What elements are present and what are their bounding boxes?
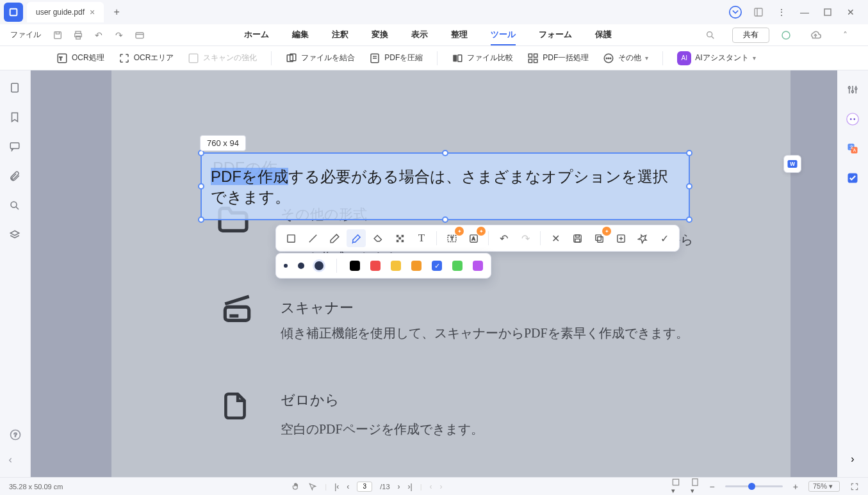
tool-rectangle[interactable]	[281, 229, 300, 247]
tb-ai[interactable]: AI AIアシスタント ▾	[672, 49, 760, 68]
resize-handle-s[interactable]	[442, 216, 448, 223]
prev-page-icon[interactable]: ‹	[347, 482, 349, 491]
save-icon[interactable]	[50, 28, 65, 43]
tool-ocr-text[interactable]: A✦	[464, 229, 483, 247]
tb-batch[interactable]: PDF一括処理	[522, 50, 594, 67]
resize-handle-w[interactable]	[198, 183, 204, 190]
window-minimize-icon[interactable]: —	[798, 5, 812, 19]
tab-view[interactable]: 表示	[411, 25, 428, 45]
share-button[interactable]: 共有	[732, 28, 769, 43]
zoom-slider[interactable]	[725, 485, 783, 487]
tool-text[interactable]: T	[412, 229, 431, 247]
redo-icon[interactable]: ↷	[111, 28, 127, 43]
print-icon[interactable]	[70, 28, 86, 43]
color-swatch-black[interactable]	[350, 261, 360, 271]
comments-icon[interactable]	[9, 141, 22, 154]
color-swatch-green[interactable]	[452, 261, 463, 271]
word-export-float-button[interactable]: W	[783, 155, 801, 173]
tab-edit[interactable]: 編集	[292, 25, 309, 45]
tb-ocr[interactable]: T OCR処理	[51, 50, 110, 67]
color-swatch-red[interactable]	[370, 261, 381, 271]
tool-confirm[interactable]: ✓	[655, 229, 674, 247]
resize-handle-ne[interactable]	[686, 150, 692, 156]
open-icon[interactable]	[132, 28, 147, 43]
window-maximize-icon[interactable]	[821, 5, 835, 19]
tab-close-icon[interactable]: ×	[90, 7, 95, 17]
tool-save[interactable]	[568, 229, 587, 247]
collapse-left-icon[interactable]: ‹	[9, 454, 22, 467]
tb-merge[interactable]: ファイルを結合	[281, 50, 360, 67]
window-close-icon[interactable]: ✕	[844, 5, 858, 19]
tab-protect[interactable]: 保護	[595, 25, 612, 45]
zoom-in-icon[interactable]: +	[793, 482, 798, 492]
kebab-menu-icon[interactable]: ⋮	[774, 5, 789, 19]
select-tool-icon[interactable]	[308, 482, 317, 491]
color-swatch-orange[interactable]	[411, 261, 422, 271]
attachments-icon[interactable]	[9, 170, 22, 183]
fullscreen-icon[interactable]	[850, 482, 859, 491]
bookmarks-icon[interactable]	[9, 111, 22, 124]
pen-size-small[interactable]	[284, 264, 288, 268]
zoom-out-icon[interactable]: −	[710, 482, 715, 492]
tool-cancel[interactable]: ✕	[546, 229, 565, 247]
tab-annotate[interactable]: 注釈	[332, 25, 348, 45]
color-swatch-blue[interactable]: ✓	[432, 261, 442, 271]
zoom-slider-thumb[interactable]	[748, 483, 755, 490]
resize-handle-se[interactable]	[686, 216, 692, 223]
history-back-icon[interactable]: ‹	[430, 482, 432, 491]
tool-redo[interactable]: ↷	[516, 229, 535, 247]
help-icon[interactable]: ?	[9, 428, 22, 441]
translate-icon[interactable]: 文A	[845, 141, 860, 156]
color-swatch-purple[interactable]	[473, 261, 483, 271]
tool-marker[interactable]	[347, 229, 366, 247]
tab-home[interactable]: ホーム	[244, 25, 269, 45]
tool-pen[interactable]	[325, 229, 344, 247]
tab-organize[interactable]: 整理	[451, 25, 468, 45]
checklist-icon[interactable]	[845, 170, 860, 186]
ai-chat-icon[interactable]	[845, 111, 860, 127]
next-page-icon[interactable]: ›	[398, 482, 400, 491]
color-swatch-yellow[interactable]	[391, 261, 401, 271]
view-mode-icon[interactable]: ▾	[691, 478, 700, 495]
cloud-sync-icon[interactable]	[778, 28, 794, 43]
panel-icon[interactable]	[751, 5, 766, 19]
thumbnails-icon[interactable]	[9, 82, 22, 95]
tab-convert[interactable]: 変換	[372, 25, 388, 45]
tab-tools[interactable]: ツール	[491, 25, 516, 45]
tb-compare[interactable]: ファイル比較	[446, 50, 518, 67]
layers-icon[interactable]	[9, 229, 22, 242]
first-page-icon[interactable]: |‹	[334, 482, 339, 491]
tool-pin[interactable]	[633, 229, 652, 247]
document-viewport[interactable]: PDFの作 その他の形式 画像、Wordドキュメント、一括作成など、その他のさま…	[31, 70, 837, 477]
tool-export[interactable]	[611, 229, 630, 247]
tool-eraser[interactable]	[368, 229, 388, 247]
menu-file[interactable]: ファイル	[10, 29, 41, 40]
zoom-level[interactable]: 75% ▾	[808, 481, 840, 492]
tab-form[interactable]: フォーム	[539, 25, 572, 45]
new-tab-button[interactable]: +	[108, 3, 126, 21]
undo-icon[interactable]: ↶	[91, 28, 106, 43]
tool-ocr-extract[interactable]: T✦	[442, 229, 461, 247]
tool-mosaic[interactable]	[390, 229, 409, 247]
tool-copy[interactable]: ✦	[589, 229, 609, 247]
resize-handle-e[interactable]	[686, 183, 692, 190]
chevron-up-icon[interactable]: ˄	[837, 28, 853, 43]
search-icon[interactable]	[703, 28, 718, 43]
tool-undo[interactable]: ↶	[494, 229, 513, 247]
settings-sliders-icon[interactable]	[845, 82, 860, 97]
collapse-right-icon[interactable]: ›	[845, 451, 860, 467]
history-forward-icon[interactable]: ›	[440, 482, 443, 491]
wondershare-account-icon[interactable]	[728, 5, 742, 19]
fit-width-icon[interactable]: ▾	[671, 478, 680, 495]
cloud-upload-icon[interactable]	[808, 28, 823, 43]
tb-compress[interactable]: PDFを圧縮	[364, 50, 428, 67]
resize-handle-n[interactable]	[442, 150, 448, 156]
tool-line[interactable]	[303, 229, 322, 247]
pen-size-large[interactable]	[315, 261, 323, 270]
page-number-input[interactable]	[357, 482, 372, 492]
search-icon[interactable]	[9, 200, 22, 213]
resize-handle-sw[interactable]	[198, 216, 204, 223]
screenshot-selection[interactable]: PDFを作成する必要がある場合は、さまざまなオプションを選択できます。	[201, 152, 690, 220]
hand-tool-icon[interactable]	[291, 482, 300, 491]
last-page-icon[interactable]: ›|	[408, 482, 413, 491]
